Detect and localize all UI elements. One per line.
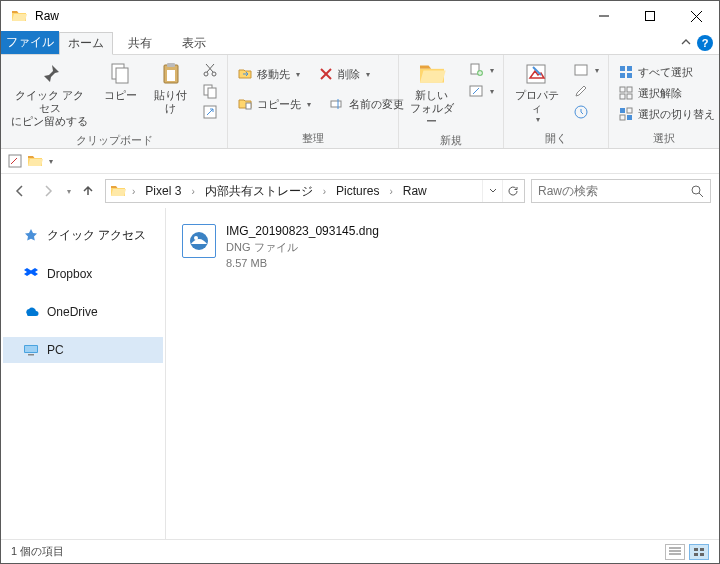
svg-rect-5 xyxy=(116,68,128,83)
edit-button[interactable] xyxy=(570,82,602,100)
paste-icon xyxy=(157,61,185,87)
nav-forward-button[interactable] xyxy=(37,180,59,202)
rename-icon xyxy=(329,96,345,112)
tab-home[interactable]: ホーム xyxy=(59,32,113,55)
svg-rect-23 xyxy=(575,65,587,75)
file-item[interactable]: IMG_20190823_093145.dng DNG ファイル 8.57 MB xyxy=(178,220,707,273)
select-none-button[interactable]: 選択解除 xyxy=(615,84,718,102)
move-to-button[interactable]: 移動先▾ xyxy=(234,65,303,83)
chevron-down-icon: ▾ xyxy=(490,87,494,96)
svg-point-10 xyxy=(212,72,216,76)
svg-point-44 xyxy=(194,236,198,240)
refresh-button[interactable] xyxy=(502,180,522,202)
svg-rect-50 xyxy=(694,553,698,556)
nav-up-button[interactable] xyxy=(77,180,99,202)
ribbon-group-new: 新しい フォルダー ▾ ▾ 新規 xyxy=(399,55,504,148)
history-button[interactable] xyxy=(570,103,602,121)
search-input[interactable] xyxy=(538,184,691,198)
search-box[interactable] xyxy=(531,179,711,203)
view-icons-button[interactable] xyxy=(689,544,709,560)
breadcrumb-seg[interactable]: Raw xyxy=(397,180,433,202)
new-folder-icon xyxy=(418,61,446,87)
svg-rect-48 xyxy=(694,548,698,551)
copy-button[interactable]: コピー xyxy=(98,59,142,104)
paste-shortcut-button[interactable] xyxy=(199,103,221,121)
delete-button[interactable]: 削除▾ xyxy=(315,65,373,83)
rename-button[interactable]: 名前の変更 xyxy=(326,95,407,113)
star-icon xyxy=(23,228,39,244)
svg-line-39 xyxy=(699,193,703,197)
open-icon xyxy=(573,62,589,78)
pin-quickaccess-button[interactable]: クイック アクセス にピン留めする xyxy=(7,59,92,131)
cut-button[interactable] xyxy=(199,61,221,79)
svg-rect-31 xyxy=(620,94,625,99)
delete-icon xyxy=(318,66,334,82)
copy-icon xyxy=(106,61,134,87)
pc-icon xyxy=(23,342,39,358)
copy-path-icon xyxy=(202,83,218,99)
ribbon-tabs: ファイル ホーム 共有 表示 ? xyxy=(1,31,719,55)
copy-path-button[interactable] xyxy=(199,82,221,100)
breadcrumb-seg[interactable]: Pictures xyxy=(330,180,385,202)
select-all-button[interactable]: すべて選択 xyxy=(615,63,718,81)
nav-pc[interactable]: PC xyxy=(3,337,163,363)
explorer-window: Raw ファイル ホーム 共有 表示 ? クイック アクセス にピン留めする xyxy=(0,0,720,564)
svg-rect-36 xyxy=(627,115,632,120)
svg-rect-27 xyxy=(620,73,625,78)
view-details-button[interactable] xyxy=(665,544,685,560)
breadcrumb-seg[interactable]: Pixel 3 xyxy=(139,180,187,202)
minimize-button[interactable] xyxy=(581,1,627,31)
breadcrumb-sep-icon[interactable]: › xyxy=(321,186,328,197)
properties-button[interactable]: プロパティ ▾ xyxy=(510,59,564,126)
easy-access-button[interactable]: ▾ xyxy=(465,82,497,100)
qat-dropdown-icon[interactable]: ▾ xyxy=(49,157,53,166)
tab-share[interactable]: 共有 xyxy=(113,31,167,54)
qat-properties-icon[interactable] xyxy=(7,153,23,169)
recent-dropdown-icon[interactable]: ▾ xyxy=(67,187,71,196)
invert-selection-button[interactable]: 選択の切り替え xyxy=(615,105,718,123)
breadcrumb-sep-icon[interactable]: › xyxy=(130,186,137,197)
file-meta: IMG_20190823_093145.dng DNG ファイル 8.57 MB xyxy=(226,224,379,269)
address-bar[interactable]: › Pixel 3 › 内部共有ストレージ › Pictures › Raw xyxy=(105,179,525,203)
close-button[interactable] xyxy=(673,1,719,31)
onedrive-icon xyxy=(23,304,39,320)
breadcrumb-seg[interactable]: 内部共有ストレージ xyxy=(199,180,319,202)
svg-rect-32 xyxy=(627,94,632,99)
new-item-icon xyxy=(468,62,484,78)
folder-icon xyxy=(11,8,27,24)
paste-button[interactable]: 貼り付け xyxy=(148,59,193,117)
tab-file[interactable]: ファイル xyxy=(1,31,59,54)
svg-rect-12 xyxy=(208,88,216,98)
easy-access-icon xyxy=(468,83,484,99)
breadcrumb-root-icon[interactable] xyxy=(108,184,128,198)
breadcrumb-sep-icon[interactable]: › xyxy=(387,186,394,197)
tab-view[interactable]: 表示 xyxy=(167,31,221,54)
ribbon: クイック アクセス にピン留めする コピー 貼り付け クリップボード xyxy=(1,55,719,149)
nav-quick-access[interactable]: クイック アクセス xyxy=(3,222,163,249)
dropbox-icon xyxy=(23,266,39,282)
new-folder-button[interactable]: 新しい フォルダー xyxy=(405,59,459,131)
select-all-icon xyxy=(618,64,634,80)
chevron-down-icon: ▾ xyxy=(296,70,300,79)
maximize-button[interactable] xyxy=(627,1,673,31)
svg-rect-41 xyxy=(25,346,37,352)
new-item-button[interactable]: ▾ xyxy=(465,61,497,79)
qat-folder-icon[interactable] xyxy=(27,154,43,168)
history-icon xyxy=(573,104,589,120)
open-button[interactable]: ▾ xyxy=(570,61,602,79)
pin-icon xyxy=(36,61,64,87)
nav-dropbox[interactable]: Dropbox xyxy=(3,261,163,287)
chevron-down-icon: ▾ xyxy=(307,100,311,109)
svg-rect-37 xyxy=(9,155,21,167)
search-icon[interactable] xyxy=(691,185,704,198)
nav-back-button[interactable] xyxy=(9,180,31,202)
chevron-down-icon: ▾ xyxy=(595,66,599,75)
collapse-ribbon-icon[interactable] xyxy=(681,38,691,48)
copy-to-button[interactable]: コピー先▾ xyxy=(234,95,314,113)
nav-onedrive[interactable]: OneDrive xyxy=(3,299,163,325)
titlebar: Raw xyxy=(1,1,719,31)
svg-rect-28 xyxy=(627,73,632,78)
breadcrumb-sep-icon[interactable]: › xyxy=(189,186,196,197)
address-dropdown-icon[interactable] xyxy=(482,180,502,202)
help-icon[interactable]: ? xyxy=(697,35,713,51)
